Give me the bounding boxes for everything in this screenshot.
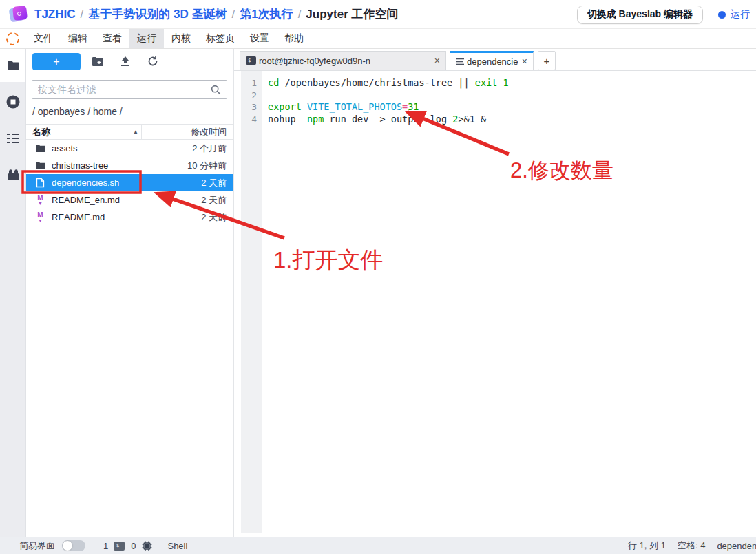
running-dot-icon <box>718 11 726 19</box>
running-sessions-icon[interactable] <box>0 90 26 114</box>
file-row-README.md[interactable]: M▼README.md2 天前 <box>26 209 233 226</box>
file-name: dependencies.sh <box>52 178 119 188</box>
line-number-gutter: 1234 <box>241 71 262 533</box>
file-browser-panel: + / openbayes / home / 名称 <box>26 49 234 537</box>
file-modified-time: 2 天前 <box>201 194 227 206</box>
breadcrumb: TJZHIC/基于手势识别的 3D 圣诞树/第1次执行/Jupyter 工作空间 <box>34 6 399 22</box>
kernel-chip-icon[interactable] <box>142 541 152 551</box>
file-modified-time: 10 分钟前 <box>187 160 227 172</box>
kernel-count[interactable]: 0 <box>131 541 136 551</box>
file-icon <box>34 178 46 188</box>
sort-ascending-icon: ▲ <box>133 129 138 135</box>
file-row-README_en.md[interactable]: M▼README_en.md2 天前 <box>26 191 233 209</box>
file-row-dependencies.sh[interactable]: dependencies.sh2 天前 <box>26 174 233 191</box>
close-icon[interactable]: × <box>522 56 527 67</box>
run-status-label: 运行 <box>731 8 750 21</box>
tab-label: root@tjzhic-fq0yfegw0d9n-n <box>259 56 430 66</box>
code-line[interactable]: nohup npm run dev > output.log 2>&1 & <box>268 114 756 126</box>
statusbar-filename: dependencies.sh <box>717 541 756 551</box>
editor-area: $_root@tjzhic-fq0yfegw0d9n-n×dependencie… <box>234 49 756 537</box>
file-modified-time: 2 天前 <box>201 177 227 189</box>
file-name: README.md <box>52 212 105 222</box>
extensions-icon[interactable] <box>0 163 26 187</box>
code-line[interactable]: cd /openbayes/home/christmas-tree || exi… <box>268 77 756 89</box>
menu-item-4[interactable]: 内核 <box>164 29 198 48</box>
search-icon <box>211 85 221 95</box>
file-browser-icon[interactable] <box>0 54 26 77</box>
terminal-icon: $_ <box>246 56 256 65</box>
file-modified-time: 2 天前 <box>201 211 227 224</box>
close-icon[interactable]: × <box>434 55 440 66</box>
run-status-badge[interactable]: 运行 <box>718 8 756 21</box>
folder-icon <box>34 144 46 153</box>
openbayes-logo-icon <box>4 30 21 47</box>
breadcrumb-org-link[interactable]: TJZHIC <box>34 8 76 21</box>
breadcrumb-separator: / <box>298 8 302 21</box>
breadcrumb-separator: / <box>81 8 84 21</box>
file-name: assets <box>52 143 78 153</box>
simple-interface-toggle[interactable] <box>62 540 85 551</box>
menu-item-2[interactable]: 查看 <box>95 29 129 48</box>
upload-icon[interactable] <box>118 54 132 68</box>
editor-tab-1[interactable]: dependencies.sh× <box>450 51 534 70</box>
new-folder-icon[interactable] <box>91 54 105 68</box>
indent-spaces[interactable]: 空格: 4 <box>678 540 705 552</box>
file-row-assets[interactable]: assets2 个月前 <box>26 140 233 157</box>
table-of-contents-icon[interactable] <box>0 127 26 150</box>
file-text-icon <box>456 58 464 65</box>
file-modified-time: 2 个月前 <box>192 142 227 155</box>
file-row-christmas-tree[interactable]: christmas-tree10 分钟前 <box>26 157 233 174</box>
breadcrumb-separator: / <box>231 8 235 21</box>
new-tab-button[interactable]: + <box>538 51 556 70</box>
column-name-label[interactable]: 名称 <box>32 126 50 138</box>
code-editor[interactable]: cd /openbayes/home/christmas-tree || exi… <box>263 71 756 125</box>
shell-mode-label[interactable]: Shell <box>167 541 187 551</box>
refresh-icon[interactable] <box>146 54 160 68</box>
menu-item-5[interactable]: 标签页 <box>198 29 242 48</box>
menu-item-7[interactable]: 帮助 <box>277 29 311 48</box>
menu-item-6[interactable]: 设置 <box>242 29 277 48</box>
menu-item-1[interactable]: 编辑 <box>61 29 95 48</box>
workspace-logo-icon[interactable] <box>10 6 28 23</box>
breadcrumb-current: Jupyter 工作空间 <box>306 8 398 21</box>
tab-label: dependencies.sh <box>467 56 518 67</box>
markdown-icon: M▼ <box>34 212 46 223</box>
file-list-header[interactable]: 名称 ▲ 修改时间 <box>26 124 233 140</box>
simple-interface-label: 简易界面 <box>19 540 55 552</box>
switch-editor-button[interactable]: 切换成 Bayeslab 编辑器 <box>577 6 703 24</box>
breadcrumb-project-link[interactable]: 基于手势识别的 3D 圣诞树 <box>88 8 227 21</box>
code-line[interactable] <box>268 89 756 102</box>
left-sidebar <box>0 49 26 537</box>
menu-item-0[interactable]: 文件 <box>26 29 61 48</box>
breadcrumb-run-link[interactable]: 第1次执行 <box>240 8 293 21</box>
file-filter-box <box>32 80 227 99</box>
top-bar: TJZHIC/基于手势识别的 3D 圣诞树/第1次执行/Jupyter 工作空间… <box>0 0 756 29</box>
new-launcher-button[interactable]: + <box>32 53 81 70</box>
menu-bar: 文件编辑查看运行内核标签页设置帮助 <box>0 29 756 49</box>
file-filter-input[interactable] <box>32 84 211 95</box>
menu-item-3[interactable]: 运行 <box>129 29 164 48</box>
status-bar: 简易界面 1 $_ 0 Shell 行 1, 列 1 空格: 4 depende… <box>0 537 756 554</box>
tab-bar: $_root@tjzhic-fq0yfegw0d9n-n×dependencie… <box>234 51 756 70</box>
editor-tab-0[interactable]: $_root@tjzhic-fq0yfegw0d9n-n× <box>240 51 446 70</box>
terminal-count[interactable]: 1 <box>103 541 108 551</box>
current-path-breadcrumb[interactable]: / openbayes / home / <box>32 106 123 117</box>
folder-icon <box>34 161 46 170</box>
file-name: christmas-tree <box>52 160 108 171</box>
column-modified-label[interactable]: 修改时间 <box>191 126 227 138</box>
file-name: README_en.md <box>52 195 120 205</box>
cursor-position[interactable]: 行 1, 列 1 <box>628 540 666 552</box>
terminal-icon[interactable]: $_ <box>114 542 125 551</box>
markdown-icon: M▼ <box>34 195 46 206</box>
code-line[interactable]: export VITE_TOTAL_PHOTOS=31 <box>268 101 756 114</box>
